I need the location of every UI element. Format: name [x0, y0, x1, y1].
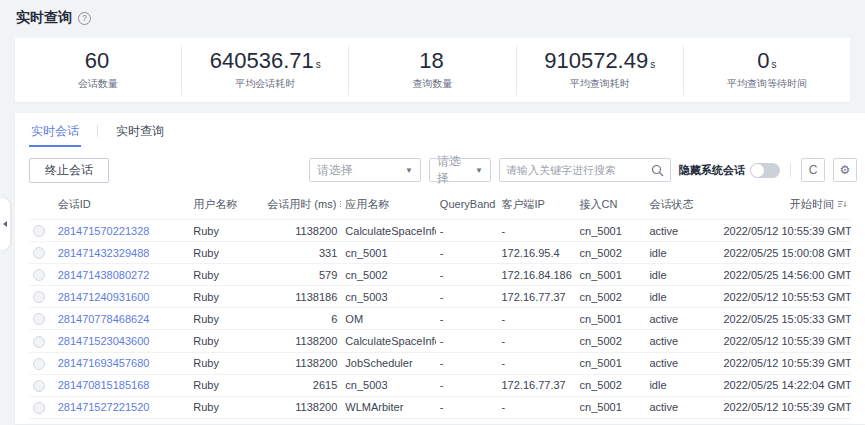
search-box: [499, 158, 671, 182]
session-state-cell: active: [645, 220, 719, 242]
row-radio[interactable]: [33, 358, 45, 370]
session-id-link[interactable]: 281471432329488: [58, 247, 150, 259]
col-app-name[interactable]: 应用名称: [341, 191, 436, 220]
search-icon[interactable]: [651, 164, 664, 177]
session-id-link[interactable]: 281471570221328: [58, 225, 150, 237]
cn-cell: cn_5001: [576, 220, 646, 242]
toggle-label: 隐藏系统会话: [679, 163, 745, 178]
toolbar: 终止会话 请选择 ▼ 请选择 ▼ 隐藏系统会话 C: [29, 157, 851, 183]
queryband-cell: -: [436, 308, 498, 330]
terminate-session-button[interactable]: 终止会话: [29, 158, 109, 183]
start-time-cell: 2022/05/25 14:22:04 GMT...: [719, 374, 851, 396]
refresh-icon[interactable]: C: [801, 158, 825, 182]
duration-cell: 1138200: [263, 352, 341, 374]
row-radio[interactable]: [33, 291, 45, 303]
help-icon[interactable]: ?: [78, 12, 91, 25]
client-ip-cell: -: [497, 352, 575, 374]
session-state-cell: idle: [645, 242, 719, 264]
user-name-cell: Ruby: [189, 396, 263, 418]
stat-label: 会话数量: [15, 77, 181, 91]
stat-label: 平均查询耗时: [517, 77, 683, 91]
col-client-ip[interactable]: 客户端IP: [497, 191, 575, 220]
cn-cell: cn_5001: [576, 396, 646, 418]
tab[interactable]: 实时会话: [29, 123, 81, 147]
filter-select-2-placeholder: 请选择: [437, 153, 469, 187]
table-row: 281471523043600 Ruby 1138200 CalculateSp…: [29, 330, 851, 352]
col-user-name[interactable]: 用户名称: [189, 191, 263, 220]
stat-unit: s: [772, 59, 777, 70]
cn-cell: cn_5002: [576, 418, 646, 424]
stat-item: 0s 平均查询等待时间: [683, 45, 850, 95]
stat-unit: s: [650, 59, 655, 70]
main-card: 实时会话 实时查询 终止会话 请选择 ▼ 请选择 ▼ 隐藏系统会话: [15, 113, 865, 424]
col-cn[interactable]: 接入CN: [576, 191, 646, 220]
session-id-link[interactable]: 281471240931600: [58, 291, 150, 303]
session-id-link[interactable]: 281471523043600: [58, 335, 150, 347]
start-time-cell: 2022/05/12 10:55:39 GMT...: [719, 220, 851, 242]
app-name-cell: cn_5001: [341, 242, 436, 264]
row-radio[interactable]: [33, 336, 45, 348]
session-id-link[interactable]: 281471693457680: [58, 357, 150, 369]
stat-item: 60 会话数量: [15, 45, 181, 95]
start-time-cell: 2022/05/12 10:55:39 GMT...: [719, 396, 851, 418]
app-name-cell: OM: [341, 308, 436, 330]
user-name-cell: Ruby: [189, 352, 263, 374]
duration-cell: 1138196: [263, 418, 341, 424]
row-radio[interactable]: [33, 313, 45, 325]
sort-icon[interactable]: [339, 199, 341, 211]
row-radio[interactable]: [33, 225, 45, 237]
hide-system-sessions-switch[interactable]: [750, 163, 780, 178]
row-radio[interactable]: [33, 247, 45, 259]
col-queryband[interactable]: QueryBand: [436, 191, 498, 220]
user-name-cell: Ruby: [189, 286, 263, 308]
start-time-cell: 2022/05/12 10:55:39 GMT...: [719, 352, 851, 374]
queryband-cell: -: [436, 352, 498, 374]
col-session-id[interactable]: 会话ID: [54, 191, 190, 220]
col-session-state[interactable]: 会话状态: [645, 191, 719, 220]
divider: [790, 163, 791, 177]
sort-icon[interactable]: [837, 199, 847, 211]
cn-cell: cn_5001: [576, 352, 646, 374]
sidebar-collapse-handle[interactable]: [0, 198, 10, 250]
session-id-link[interactable]: 281471257712912: [58, 423, 150, 424]
toolbar-right: 请选择 ▼ 请选择 ▼ 隐藏系统会话 C ⚙: [309, 158, 857, 182]
app-name-cell: WLMArbiter: [341, 396, 436, 418]
col-duration[interactable]: 会话用时 (ms): [263, 191, 341, 220]
table-row: 281471240931600 Ruby 1138186 cn_5003 - 1…: [29, 286, 851, 308]
col-start-time[interactable]: 开始时间: [719, 191, 851, 220]
session-state-cell: active: [645, 308, 719, 330]
cn-cell: cn_5002: [576, 242, 646, 264]
chevron-down-icon: ▼: [475, 166, 483, 175]
row-radio[interactable]: [33, 402, 45, 414]
duration-cell: 6: [263, 308, 341, 330]
session-id-link[interactable]: 281470815185168: [58, 379, 150, 391]
tab[interactable]: 实时查询: [114, 123, 166, 147]
row-radio[interactable]: [33, 380, 45, 392]
app-name-cell: CalculateSpaceInfo: [341, 330, 436, 352]
stat-item: 18 查询数量: [348, 45, 515, 95]
app-name-cell: cn_5002: [341, 264, 436, 286]
session-state-cell: active: [645, 352, 719, 374]
user-name-cell: Ruby: [189, 220, 263, 242]
session-id-link[interactable]: 281471527221520: [58, 401, 150, 413]
session-id-link[interactable]: 281471438080272: [58, 269, 150, 281]
start-time-cell: 2022/05/25 14:56:00 GMT...: [719, 264, 851, 286]
filter-select-2[interactable]: 请选择 ▼: [429, 158, 491, 182]
session-id-link[interactable]: 281470778468624: [58, 313, 150, 325]
search-input[interactable]: [506, 164, 651, 176]
filter-select-1[interactable]: 请选择 ▼: [309, 158, 421, 182]
gear-icon[interactable]: ⚙: [833, 158, 857, 182]
cn-cell: cn_5002: [576, 330, 646, 352]
row-radio[interactable]: [33, 269, 45, 281]
table-row: 281471432329488 Ruby 331 cn_5001 - 172.1…: [29, 242, 851, 264]
table-row: 281471570221328 Ruby 1138200 CalculateSp…: [29, 220, 851, 242]
stat-label: 平均查询等待时间: [684, 77, 850, 91]
start-time-cell: 2022/05/12 10:55:39 GMT...: [719, 330, 851, 352]
cn-cell: cn_5002: [576, 374, 646, 396]
start-time-cell: 2022/05/25 15:00:08 GMT...: [719, 242, 851, 264]
page-title: 实时查询: [16, 9, 72, 27]
duration-cell: 331: [263, 242, 341, 264]
start-time-cell: 2022/05/25 15:05:33 GMT...: [719, 308, 851, 330]
client-ip-cell: 172.16.77.37: [497, 374, 575, 396]
client-ip-cell: -: [497, 396, 575, 418]
